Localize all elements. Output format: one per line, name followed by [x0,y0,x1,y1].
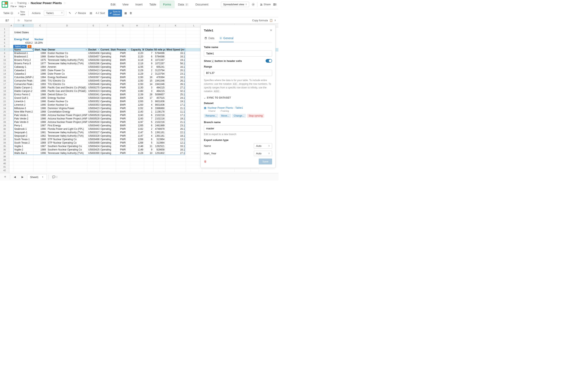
cell[interactable] [87,165,100,169]
cell[interactable] [186,134,202,138]
cell[interactable] [116,158,130,162]
table-cell[interactable]: South Texas-2 [13,141,34,145]
table-cell[interactable]: U5000425 [87,148,100,152]
table-cell[interactable]: 1986 [34,100,47,103]
cell[interactable] [9,120,13,124]
cell[interactable] [100,155,116,158]
cell[interactable] [186,103,202,107]
table-cell[interactable]: South Texas-1 [13,138,34,141]
cell[interactable] [186,31,202,34]
cell[interactable] [34,45,47,48]
cell[interactable] [186,127,202,131]
table-cell[interactable]: Duke Power Co [47,72,87,76]
table-cell[interactable]: 2102216 [153,114,166,117]
tab-insert[interactable]: Insert [132,0,146,8]
table-cell[interactable]: Operating [100,127,116,131]
table-cell[interactable]: Catawba-2 [13,72,34,76]
cell[interactable] [186,120,202,124]
cell[interactable] [153,31,166,34]
table-cell[interactable]: 4 [144,103,153,107]
table-header-cell[interactable]: Name▾ [13,48,34,52]
table-cell[interactable]: 6 [144,124,153,127]
gear-icon[interactable] [252,3,255,6]
row-header[interactable]: 1 [0,27,9,31]
table-cell[interactable]: 1129 [130,69,144,72]
table-cell[interactable]: Diablo Canyon-1 [13,86,34,89]
cell[interactable] [251,169,259,172]
cell[interactable] [9,82,13,86]
table-cell[interactable]: 478384 [153,76,166,79]
cell[interactable] [13,165,34,169]
table-cell[interactable]: U5000353 [87,103,100,107]
table-cell[interactable]: 17.1 [166,103,186,107]
cell[interactable] [166,155,186,158]
table-cell[interactable]: 10 [144,152,153,155]
table-cell[interactable]: 19.1 [166,117,186,120]
cell[interactable] [9,134,13,138]
table-header-cell[interactable]: Start_Year▾ [34,48,47,52]
grid-icon[interactable]: ▦ [124,12,127,15]
table-cell[interactable]: U5000440 [87,124,100,127]
cell[interactable] [47,162,87,165]
cell[interactable] [186,152,202,155]
row-header[interactable]: 9 [0,55,9,58]
cell[interactable] [13,158,34,162]
table-cell[interactable]: U5000528 [87,114,100,117]
prev-sheet-button[interactable]: ◀ [12,174,18,180]
table-cell[interactable]: 9831836 [153,103,166,107]
cell[interactable] [100,34,116,38]
cell[interactable] [9,107,13,110]
cell[interactable] [186,45,202,48]
table-cell[interactable]: PWR [116,86,130,89]
cell[interactable] [87,41,100,45]
table-cell[interactable]: Operating [100,52,116,55]
table-cell[interactable]: 5 [144,141,153,145]
table-cell[interactable]: Operating [100,100,116,103]
table-cell[interactable]: U5000275 [87,86,100,89]
cell[interactable] [202,169,218,172]
table-cell[interactable]: 19.1 [166,58,186,62]
table-cell[interactable]: 1988 [34,55,47,58]
range-input[interactable] [204,70,272,76]
table-cell[interactable]: PWR [116,114,130,117]
table-cell[interactable]: 1391161 [153,131,166,134]
table-cell[interactable]: 1120 [130,52,144,55]
cell[interactable] [47,165,87,169]
table-selector[interactable]: Table1⇕ [44,11,64,16]
col-header-G[interactable]: G [116,24,130,27]
table-cell[interactable]: 3386860 [153,107,166,110]
cell[interactable] [47,41,87,45]
row-header[interactable]: 42 [0,169,9,172]
table-cell[interactable]: U5000530 [87,120,100,124]
table-cell[interactable]: BWR [116,58,130,62]
cell[interactable] [130,31,144,34]
row-header[interactable]: 41 [0,165,9,169]
col-header-C[interactable]: C [34,24,47,27]
cell[interactable] [9,165,13,169]
table-cell[interactable]: 21.1 [166,107,186,110]
table-cell[interactable]: TXU Electric Co [47,79,87,82]
cell[interactable] [9,45,13,48]
table-cell[interactable]: PWR [116,117,130,120]
cell[interactable] [186,55,202,58]
col-header-H[interactable]: H [130,24,144,27]
cell[interactable] [186,131,202,134]
table-cell[interactable]: 11.1 [166,110,186,114]
table-cell[interactable]: U5000410 [87,110,100,114]
table-cell[interactable]: 1150 [130,76,144,79]
table-cell[interactable]: 3123794 [153,72,166,76]
table-cell[interactable]: 2 [144,69,153,72]
show-button-toggle[interactable] [266,59,272,63]
table-cell[interactable]: U5000457 [87,55,100,58]
table-cell[interactable]: U5000323 [87,89,100,93]
table-cell[interactable]: Limerick-2 [13,103,34,107]
branch-input[interactable] [204,125,272,132]
cell[interactable] [9,52,13,55]
table-cell[interactable]: PWR [116,134,130,138]
row-header[interactable]: 22 [0,100,9,103]
table-cell[interactable]: 1147 [130,131,144,134]
table-cell[interactable]: U5000424 [87,145,100,148]
table-cell[interactable]: Energy Northwest [47,76,87,79]
cell[interactable] [9,38,13,41]
cell[interactable] [9,145,13,148]
